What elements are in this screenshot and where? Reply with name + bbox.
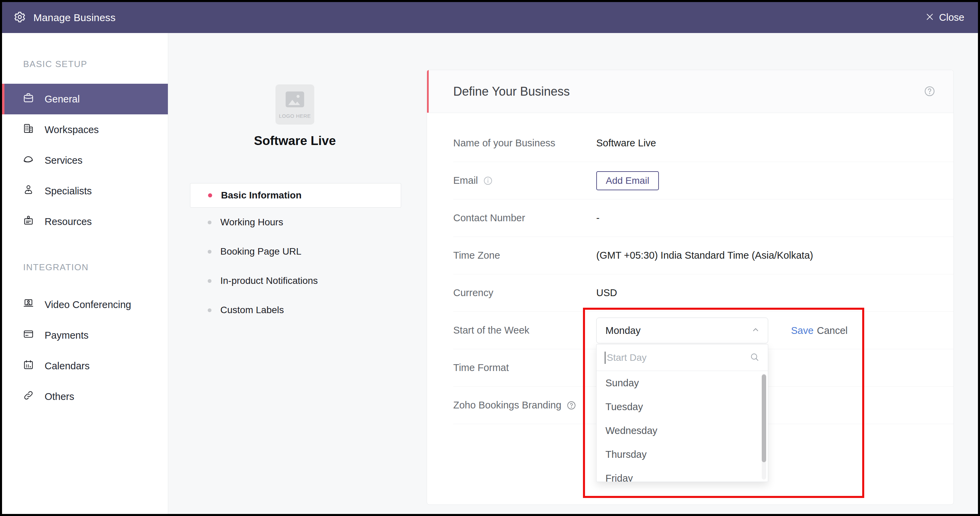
inactive-dot-icon xyxy=(208,308,212,312)
tab-custom-labels[interactable]: Custom Labels xyxy=(190,295,401,325)
time-zone-value: (GMT +05:30) India Standard Time (Asia/K… xyxy=(596,250,813,261)
sidebar-item-label: Specialists xyxy=(45,186,92,197)
briefcase-icon xyxy=(22,92,34,106)
buildings-icon xyxy=(22,122,34,137)
settings-tab-list: Basic Information Working Hours Booking … xyxy=(190,183,401,325)
info-icon xyxy=(483,176,493,186)
video-conference-icon xyxy=(22,297,34,312)
start-day-search-input[interactable] xyxy=(606,352,749,364)
credit-card-icon xyxy=(22,328,34,342)
sidebar-item-others[interactable]: Others xyxy=(2,381,168,412)
sidebar-item-label: Workspaces xyxy=(45,124,99,135)
close-label: Close xyxy=(939,12,964,23)
add-email-button[interactable]: Add Email xyxy=(596,171,659,190)
calendar-icon xyxy=(22,359,34,373)
define-business-panel: Define Your Business Name of your Busine… xyxy=(427,70,954,505)
tab-working-hours[interactable]: Working Hours xyxy=(190,208,401,237)
sidebar-item-label: Video Conferencing xyxy=(45,299,131,310)
cancel-link[interactable]: Cancel xyxy=(817,325,848,336)
gear-icon xyxy=(14,11,26,24)
sidebar-item-label: Resources xyxy=(45,216,92,227)
sidebar-item-label: Services xyxy=(45,155,83,166)
image-placeholder-icon xyxy=(284,90,305,110)
zoho-branding-label: Zoho Bookings Branding xyxy=(453,400,596,411)
section-basic-setup: BASIC SETUP xyxy=(2,59,168,69)
dropdown-search-row xyxy=(597,345,768,371)
close-button[interactable]: Close xyxy=(925,12,964,23)
currency-value: USD xyxy=(596,287,617,298)
field-row-email: Email Add Email xyxy=(453,162,953,200)
tab-booking-page-url[interactable]: Booking Page URL xyxy=(190,237,401,266)
sidebar-item-label: General xyxy=(45,94,80,105)
sidebar: BASIC SETUP General Workspaces xyxy=(2,33,168,514)
sidebar-item-resources[interactable]: Resources xyxy=(2,206,168,237)
main-content: LOGO HERE Software Live Basic Informatio… xyxy=(169,33,978,514)
field-row-contact-number: Contact Number - xyxy=(453,200,953,237)
app-window: Manage Business Close BASIC SETUP Genera… xyxy=(0,0,980,516)
link-icon xyxy=(22,389,34,404)
tab-in-product-notifications[interactable]: In-product Notifications xyxy=(190,266,401,295)
active-dot-icon xyxy=(208,193,212,197)
dropdown-scrollbar[interactable] xyxy=(762,374,766,479)
logo-caption: LOGO HERE xyxy=(279,113,311,119)
inactive-dot-icon xyxy=(208,279,212,283)
topbar: Manage Business Close xyxy=(2,2,978,33)
close-icon xyxy=(925,12,934,23)
panel-title: Define Your Business xyxy=(453,84,570,99)
chevron-up-icon xyxy=(751,325,760,336)
panel-accent-bar xyxy=(427,70,429,113)
option-thursday[interactable]: Thursday xyxy=(597,443,768,466)
sidebar-item-label: Others xyxy=(45,391,74,402)
inactive-dot-icon xyxy=(208,250,212,254)
business-name-heading: Software Live xyxy=(193,134,397,148)
business-name-value: Software Live xyxy=(596,138,656,149)
badge-icon xyxy=(22,214,34,229)
sidebar-item-workspaces[interactable]: Workspaces xyxy=(2,114,168,145)
field-row-business-name: Name of your Business Software Live xyxy=(453,125,953,162)
question-icon xyxy=(566,400,576,411)
save-link[interactable]: Save xyxy=(791,325,813,336)
sidebar-item-services[interactable]: Services xyxy=(2,145,168,176)
option-sunday[interactable]: Sunday xyxy=(597,371,768,395)
search-icon xyxy=(749,352,760,364)
hat-icon xyxy=(22,153,34,167)
option-tuesday[interactable]: Tuesday xyxy=(597,395,768,419)
text-caret xyxy=(605,352,605,364)
start-of-week-select[interactable]: Monday xyxy=(596,318,768,343)
inactive-dot-icon xyxy=(208,221,212,224)
sidebar-item-calendars[interactable]: Calendars xyxy=(2,351,168,381)
option-wednesday[interactable]: Wednesday xyxy=(597,419,768,443)
sidebar-item-general[interactable]: General xyxy=(2,84,168,114)
sidebar-item-payments[interactable]: Payments xyxy=(2,320,168,351)
field-row-time-zone: Time Zone (GMT +05:30) India Standard Ti… xyxy=(453,237,953,274)
sidebar-item-specialists[interactable]: Specialists xyxy=(2,176,168,206)
person-icon xyxy=(22,184,34,198)
scrollbar-thumb[interactable] xyxy=(762,375,766,462)
panel-header: Define Your Business xyxy=(427,70,953,113)
selected-option: Monday xyxy=(605,325,641,336)
start-of-week-dropdown: Sunday Tuesday Wednesday Thursday Friday xyxy=(596,344,768,482)
sidebar-item-label: Calendars xyxy=(45,360,89,372)
sidebar-item-label: Payments xyxy=(45,330,89,341)
sidebar-item-video-conferencing[interactable]: Video Conferencing xyxy=(2,289,168,320)
field-row-currency: Currency USD xyxy=(453,274,953,312)
help-icon[interactable] xyxy=(923,85,936,99)
section-integration: INTEGRATION xyxy=(2,262,168,272)
logo-upload-placeholder[interactable]: LOGO HERE xyxy=(275,84,314,125)
page-title: Manage Business xyxy=(33,12,115,24)
option-friday[interactable]: Friday xyxy=(597,466,768,482)
contact-number-value: - xyxy=(596,213,600,224)
email-label: Email xyxy=(453,175,596,186)
tab-basic-information[interactable]: Basic Information xyxy=(190,183,401,208)
